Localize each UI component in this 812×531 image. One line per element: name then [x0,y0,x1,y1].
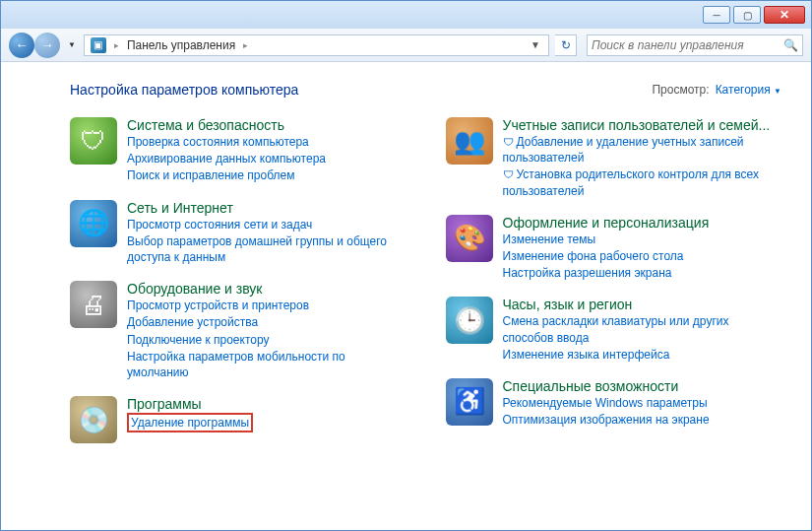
category-hardware-title[interactable]: Оборудование и звук [127,281,406,297]
breadcrumb-text[interactable]: Панель управления [123,38,239,52]
view-dropdown[interactable]: Категория ▼ [716,83,781,97]
titlebar: ─ ▢ ✕ [1,1,811,29]
task-link[interactable]: Настройка параметров мобильности по умол… [127,349,406,380]
category-users: 👥 Учетные записи пользователей и семей..… [446,117,782,199]
task-link[interactable]: 🛡Установка родительского контроля для вс… [503,166,782,198]
category-clock-title[interactable]: Часы, язык и регион [503,297,782,312]
right-column: 👥 Учетные записи пользователей и семей..… [446,117,782,443]
highlight-box: Удаление программы [127,413,253,432]
left-column: 🛡 Система и безопасность Проверка состоя… [70,117,406,443]
task-link[interactable]: Просмотр устройств и принтеров [127,298,406,313]
people-icon: 👥 [446,117,493,165]
page-header: Настройка параметров компьютера Просмотр… [70,82,781,98]
task-link[interactable]: Изменение языка интерфейса [503,347,782,363]
back-button[interactable]: ← [9,33,34,58]
category-appearance-title[interactable]: Оформление и персонализация [503,215,710,231]
close-button[interactable]: ✕ [764,6,805,24]
monitor-icon: 🎨 [446,215,493,262]
task-link[interactable]: Архивирование данных компьютера [127,151,326,166]
category-appearance: 🎨 Оформление и персонализация Изменение … [446,215,782,282]
breadcrumb-dropdown[interactable]: ▼ [525,39,546,50]
uac-shield-icon: 🛡 [503,136,514,148]
minimize-button[interactable]: ─ [703,6,730,24]
task-link[interactable]: Добавление устройства [127,314,406,330]
breadcrumb-sep: ▸ [239,40,252,50]
task-link[interactable]: Смена раскладки клавиатуры или других сп… [503,313,782,345]
category-clock: 🕒 Часы, язык и регион Смена раскладки кл… [446,297,782,363]
page-title: Настройка параметров компьютера [70,82,298,98]
category-access-title[interactable]: Специальные возможности [503,378,710,394]
task-link[interactable]: Рекомендуемые Windows параметры [503,395,710,411]
maximize-button[interactable]: ▢ [733,6,761,24]
globe-icon: 🌐 [70,200,117,247]
task-link[interactable]: Проверка состояния компьютера [127,134,326,150]
view-label: Просмотр: [652,83,709,97]
page-body: Настройка параметров компьютера Просмотр… [1,62,811,453]
shield-icon: 🛡 [70,117,117,165]
search-bar[interactable]: 🔍 [587,34,803,56]
breadcrumb-sep: ▸ [110,40,123,50]
search-icon[interactable]: 🔍 [783,38,798,52]
history-dropdown[interactable]: ▼ [66,40,78,49]
printer-icon: 🖨 [70,281,117,328]
task-link[interactable]: Оптимизация изображения на экране [503,412,710,428]
uac-shield-icon: 🛡 [503,168,514,180]
category-access: ♿ Специальные возможности Рекомендуемые … [446,378,782,428]
category-programs-title[interactable]: Программы [127,396,253,412]
nav-arrows: ← → [9,33,60,58]
forward-button[interactable]: → [34,33,60,58]
category-programs: 💿 Программы Удаление программы [70,396,406,443]
breadcrumb-bar[interactable]: ▣ ▸ Панель управления ▸ ▼ [84,34,549,56]
refresh-button[interactable]: ↻ [555,34,577,56]
accessibility-icon: ♿ [446,378,493,426]
task-link[interactable]: Изменение темы [503,232,710,247]
category-columns: 🛡 Система и безопасность Проверка состоя… [70,117,781,443]
clock-icon: 🕒 [446,297,493,344]
navbar: ← → ▼ ▣ ▸ Панель управления ▸ ▼ ↻ 🔍 [1,29,811,62]
category-network-title[interactable]: Сеть и Интернет [127,200,406,216]
task-link[interactable]: Подключение к проектору [127,332,406,348]
control-panel-window: ─ ▢ ✕ ← → ▼ ▣ ▸ Панель управления ▸ ▼ ↻ … [0,0,812,531]
view-by: Просмотр: Категория ▼ [652,83,781,97]
task-link[interactable]: Выбор параметров домашней группы и общег… [127,233,406,265]
task-link[interactable]: Поиск и исправление проблем [127,167,326,183]
search-input[interactable] [592,38,783,52]
disc-icon: 💿 [70,396,117,443]
task-uninstall-program[interactable]: Удаление программы [131,416,249,430]
task-link[interactable]: 🛡Добавление и удаление учетных записей п… [503,134,782,166]
category-system-title[interactable]: Система и безопасность [127,117,326,133]
task-link[interactable]: Просмотр состояния сети и задач [127,217,406,232]
category-network: 🌐 Сеть и Интернет Просмотр состояния сет… [70,200,406,266]
task-link[interactable]: Изменение фона рабочего стола [503,248,710,264]
control-panel-icon: ▣ [91,37,106,53]
category-users-title[interactable]: Учетные записи пользователей и семей... [503,117,782,133]
category-system: 🛡 Система и безопасность Проверка состоя… [70,117,406,184]
category-hardware: 🖨 Оборудование и звук Просмотр устройств… [70,281,406,380]
task-link[interactable]: Настройка разрешения экрана [503,265,710,281]
